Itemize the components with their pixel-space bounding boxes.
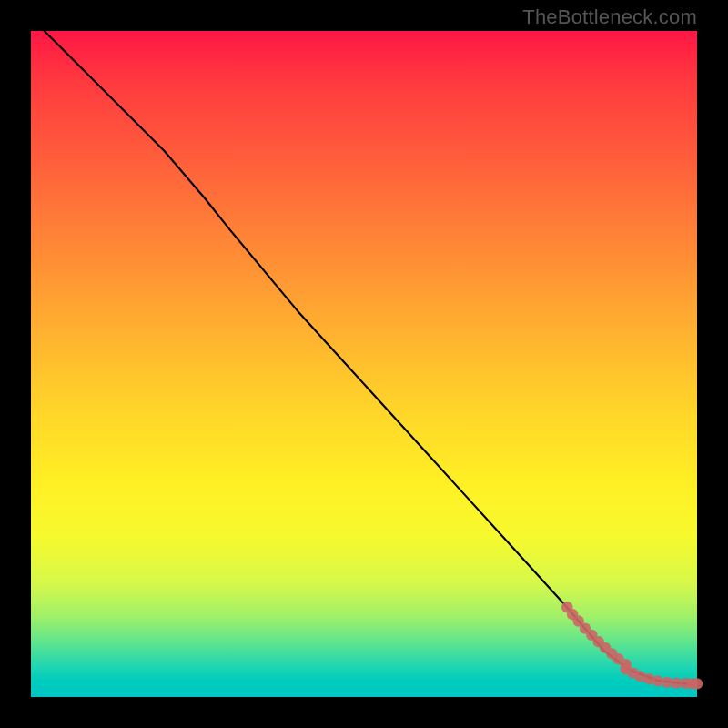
scatter-point bbox=[692, 678, 703, 689]
chart-svg bbox=[31, 31, 697, 697]
scatter-group bbox=[561, 602, 703, 690]
chart-frame: TheBottleneck.com bbox=[0, 0, 728, 728]
plot-area bbox=[31, 31, 697, 697]
curve-path bbox=[45, 31, 697, 683]
watermark-text: TheBottleneck.com bbox=[522, 5, 697, 29]
